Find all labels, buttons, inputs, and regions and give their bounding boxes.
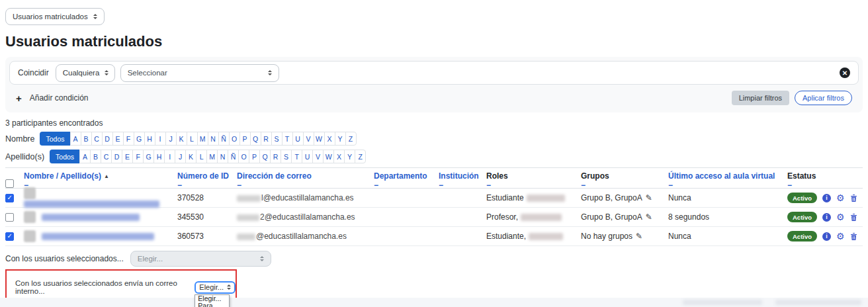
letter-filter[interactable]: F <box>123 132 134 146</box>
letter-filter[interactable]: A <box>79 150 91 163</box>
letter-filter[interactable]: Ñ <box>218 132 230 146</box>
bulk-actions-select[interactable]: Elegir... <box>130 251 271 267</box>
remove-filter-icon[interactable]: ✕ <box>840 67 850 78</box>
clear-filters-button[interactable]: Limpiar filtros <box>732 91 789 105</box>
letter-filter[interactable]: J <box>175 150 186 163</box>
letter-filter[interactable]: B <box>81 132 92 146</box>
letter-filter[interactable]: W <box>314 132 325 146</box>
letter-filter[interactable]: Y <box>335 132 346 146</box>
letter-filter[interactable]: Ñ <box>228 150 239 163</box>
edit-groups-icon[interactable]: ✎ <box>636 232 642 241</box>
letter-filter[interactable]: R <box>261 132 272 146</box>
letter-filter[interactable]: G <box>143 150 154 163</box>
letter-filter[interactable]: O <box>238 150 249 163</box>
header-email[interactable]: Dirección de correo <box>237 171 369 181</box>
letter-filter[interactable]: M <box>206 150 218 163</box>
page-jump-select[interactable]: Usuarios matriculados <box>5 8 105 25</box>
settings-icon[interactable]: ⚙ <box>836 213 845 222</box>
letter-filter[interactable]: C <box>91 132 103 146</box>
letter-filter[interactable]: B <box>90 150 101 163</box>
letter-filter[interactable]: X <box>333 150 345 163</box>
delete-icon[interactable] <box>850 213 857 222</box>
letter-filter[interactable]: X <box>324 132 335 146</box>
row-checkbox[interactable] <box>5 194 14 202</box>
letter-filter[interactable]: N <box>217 150 228 163</box>
edit-groups-icon[interactable]: ✎ <box>646 193 652 202</box>
letter-filter[interactable]: H <box>144 132 155 146</box>
collapse-column-icon[interactable]: − <box>237 182 369 189</box>
collapse-column-icon[interactable]: − <box>668 182 782 189</box>
letter-filter[interactable]: R <box>270 150 281 163</box>
letter-filter[interactable]: V <box>312 150 324 163</box>
letter-filter[interactable]: E <box>122 150 133 163</box>
letter-filter[interactable]: H <box>153 150 165 163</box>
letter-filter[interactable]: P <box>239 132 251 146</box>
letter-filter[interactable]: L <box>187 132 198 146</box>
collapse-column-icon[interactable]: − <box>439 182 481 189</box>
header-idnumber[interactable]: Número de ID <box>177 171 232 181</box>
letter-filter[interactable]: U <box>302 150 313 163</box>
collapse-column-icon[interactable]: − <box>177 182 232 189</box>
collapse-column-icon[interactable]: − <box>374 182 433 189</box>
mail-recipient-select[interactable]: Elegir... <box>195 281 236 294</box>
info-icon[interactable]: i <box>822 194 831 202</box>
letter-filter[interactable]: G <box>134 132 145 146</box>
collapse-column-icon[interactable]: − <box>486 182 576 189</box>
letter-filter[interactable]: E <box>112 132 124 146</box>
letter-filter[interactable]: A <box>70 132 81 146</box>
letter-filter[interactable]: Z <box>355 150 366 163</box>
letter-filter[interactable]: V <box>303 132 314 146</box>
header-last-access[interactable]: Último acceso al aula virtual <box>668 171 782 181</box>
redacted-name[interactable] <box>24 200 159 208</box>
letter-filter[interactable]: Y <box>344 150 355 163</box>
header-institution[interactable]: Institución <box>439 171 481 181</box>
letter-filter[interactable]: D <box>111 150 122 163</box>
add-condition-button[interactable]: + Añadir condición <box>16 93 89 104</box>
letter-filter[interactable]: P <box>249 150 260 163</box>
sort-asc-icon: ▲ <box>104 173 109 179</box>
collapse-column-icon[interactable]: − <box>787 182 857 189</box>
collapse-column-icon[interactable]: − <box>581 182 663 189</box>
letter-filter[interactable]: T <box>282 132 293 146</box>
condition-select[interactable]: Seleccionar <box>120 64 279 82</box>
letter-filter[interactable]: I <box>155 132 166 146</box>
delete-icon[interactable] <box>850 232 857 241</box>
letter-filter[interactable]: S <box>281 150 292 163</box>
row-checkbox[interactable] <box>5 213 14 222</box>
header-name[interactable]: Nombre / Apellido(s) ▲ <box>24 171 172 181</box>
header-department[interactable]: Departamento <box>374 171 433 181</box>
letter-filter[interactable]: K <box>176 132 187 146</box>
letter-filter[interactable]: I <box>164 150 175 163</box>
letter-filter[interactable]: M <box>197 132 208 146</box>
delete-icon[interactable] <box>850 194 857 202</box>
letter-filter[interactable]: Z <box>345 132 357 146</box>
letter-filter[interactable]: W <box>323 150 334 163</box>
select-all-checkbox[interactable] <box>5 179 14 188</box>
letter-filter[interactable]: C <box>101 150 112 163</box>
letter-filter[interactable]: Q <box>250 132 261 146</box>
settings-icon[interactable]: ⚙ <box>836 232 845 241</box>
letter-filter[interactable]: J <box>165 132 177 146</box>
info-icon[interactable]: i <box>822 213 831 222</box>
dropdown-option[interactable]: Para <box>195 302 229 307</box>
redacted-name[interactable] <box>42 233 154 240</box>
row-checkbox[interactable] <box>5 232 14 241</box>
letter-filter[interactable]: T <box>291 150 302 163</box>
first-name-all-button[interactable]: Todos <box>40 132 70 146</box>
info-icon[interactable]: i <box>822 232 831 241</box>
match-select[interactable]: Cualquiera <box>56 64 115 82</box>
letter-filter[interactable]: O <box>229 132 240 146</box>
apply-filters-button[interactable]: Aplicar filtros <box>795 91 852 105</box>
letter-filter[interactable]: F <box>132 150 144 163</box>
letter-filter[interactable]: Q <box>259 150 271 163</box>
letter-filter[interactable]: S <box>271 132 282 146</box>
letter-filter[interactable]: N <box>208 132 219 146</box>
settings-icon[interactable]: ⚙ <box>836 194 845 202</box>
last-name-all-button[interactable]: Todos <box>50 150 80 163</box>
letter-filter[interactable]: L <box>196 150 207 163</box>
letter-filter[interactable]: D <box>102 132 113 146</box>
edit-groups-icon[interactable]: ✎ <box>646 212 652 222</box>
letter-filter[interactable]: K <box>185 150 196 163</box>
redacted-name[interactable] <box>42 214 140 221</box>
letter-filter[interactable]: U <box>292 132 304 146</box>
